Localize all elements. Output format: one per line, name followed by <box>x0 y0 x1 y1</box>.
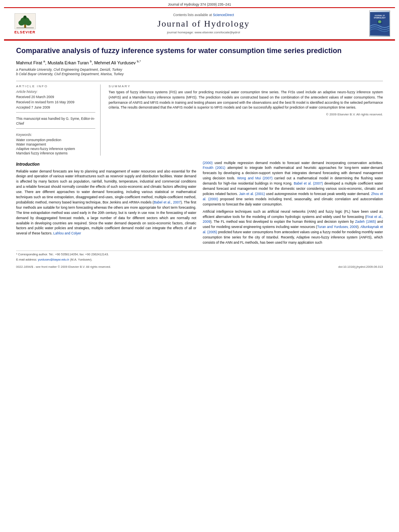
article-history-label: Article history: <box>16 90 95 94</box>
journal-homepage: journal homepage: www.elsevier.com/locat… <box>41 31 366 34</box>
email-footnote: E-mail address: yurdusev@bayar.edu.tr (M… <box>16 258 383 262</box>
body-right-col: (2000) used multiple regression demand m… <box>203 160 383 248</box>
ref-babel2[interactable]: Babel et al. (2007) <box>294 181 323 185</box>
ref-babel-2007[interactable]: Babel et al., 2007 <box>154 200 181 204</box>
intro-para-left: Reliable water demand forecasts are key … <box>16 169 196 236</box>
keyword-4: Mamdani fuzzy inference systems <box>16 151 95 155</box>
journal-meta: Journal of Hydrology 374 (2009) 235–241 <box>0 0 399 7</box>
issn-line: 0022-1694/$ - see front matter © 2009 El… <box>16 265 111 269</box>
bottom-bar: 0022-1694/$ - see front matter © 2009 El… <box>16 265 383 269</box>
handled-by: This manuscript was handled by G. Syme, … <box>16 117 95 126</box>
svg-text:HYDROLOGY: HYDROLOGY <box>374 17 385 19</box>
authors-line: Mahmut Firat a, Mustafa Erkan Turan b, M… <box>16 60 383 65</box>
keywords-label: Keywords: <box>16 133 95 137</box>
keyword-1: Water consumption prediction <box>16 138 95 142</box>
accepted-date: Accepted 7 June 2009 <box>16 105 95 110</box>
affiliation-a: a Pamukkale University, Civil Engineerin… <box>16 68 383 72</box>
svg-point-5 <box>23 15 27 18</box>
article-info-header: ARTICLE INFO <box>16 84 95 88</box>
ref-lahlou[interactable]: Lahlou and Colyer <box>53 231 81 235</box>
svg-point-3 <box>18 20 24 25</box>
summary-text: Two types of fuzzy inference systems (FI… <box>109 90 383 110</box>
doi-line: doi:10.1016/j.jhydrol.2009.06.013 <box>338 265 383 269</box>
svg-point-4 <box>25 20 31 25</box>
journal-cover-image: JOURNAL OF HYDROLOGY <box>369 10 390 37</box>
copyright-line: © 2009 Elsevier B.V. All rights reserved… <box>109 113 383 116</box>
affiliation-b: b Celal Bayar University, Civil Engineer… <box>16 72 383 76</box>
elsevier-logo: ELSEVIER <box>9 13 41 34</box>
svg-text:JOURNAL OF: JOURNAL OF <box>374 14 385 16</box>
paper-title: Comparative analysis of fuzzy inference … <box>16 46 383 55</box>
ref-jain[interactable]: Jain et al. (2001) <box>239 192 265 196</box>
corresponding-footnote: * Corresponding author. Tel.: +90 535811… <box>16 253 383 257</box>
footer-area: * Corresponding author. Tel.: +90 535811… <box>16 251 383 269</box>
ref-turan[interactable]: Turan and Yurdusev, 2009 <box>317 225 357 229</box>
ref-zhou[interactable]: Zhou et al. (2000) <box>203 192 383 201</box>
sciencedirect-link[interactable]: ScienceDirect <box>213 13 234 17</box>
revised-date: Received in revised form 16 May 2009 <box>16 100 95 105</box>
ref-2000[interactable]: (2000) <box>203 161 213 165</box>
body-left-col: Introduction Reliable water demand forec… <box>16 160 196 248</box>
article-info-col: ARTICLE INFO Article history: Received 2… <box>16 84 101 155</box>
affiliations: a Pamukkale University, Civil Engineerin… <box>16 68 383 76</box>
divider <box>16 112 95 113</box>
header-center: Contents lists available at ScienceDirec… <box>41 13 366 34</box>
sciencedirect-line: Contents lists available at ScienceDirec… <box>41 13 366 17</box>
ref-froukh[interactable]: Froukh (2001) <box>203 166 225 170</box>
ref-wong[interactable]: Wong and Mui (2007) <box>237 176 272 180</box>
elsevier-label: ELSEVIER <box>14 30 36 34</box>
intro-para-right-2: Artificial intelligence techniques such … <box>203 209 383 245</box>
ref-zadeh[interactable]: Zadeh (1965) <box>355 220 376 224</box>
summary-header: SUMMARY <box>109 84 383 88</box>
received-date: Received 20 March 2009 <box>16 95 95 100</box>
journal-cover: JOURNAL OF HYDROLOGY <box>366 10 390 37</box>
article-info-summary: ARTICLE INFO Article history: Received 2… <box>16 81 383 155</box>
intro-para-right-1: (2000) used multiple regression demand m… <box>203 160 383 207</box>
intro-title: Introduction <box>16 162 196 166</box>
header-banner: ELSEVIER Contents lists available at Sci… <box>4 7 395 39</box>
cover-illustration: JOURNAL OF HYDROLOGY <box>370 12 389 35</box>
keyword-2: Water management <box>16 142 95 146</box>
divider2 <box>16 128 95 129</box>
elsevier-tree-icon <box>14 13 36 29</box>
summary-col: SUMMARY Two types of fuzzy inference sys… <box>109 84 383 155</box>
body-content: Introduction Reliable water demand forec… <box>16 160 383 248</box>
journal-title: Journal of Hydrology <box>41 18 366 29</box>
main-content: Comparative analysis of fuzzy inference … <box>0 41 399 277</box>
email-link[interactable]: yurdusev@bayar.edu.tr <box>38 258 69 261</box>
keyword-3: Adaptive neuro-fuzzy inference system <box>16 147 95 151</box>
svg-point-13 <box>378 20 381 23</box>
